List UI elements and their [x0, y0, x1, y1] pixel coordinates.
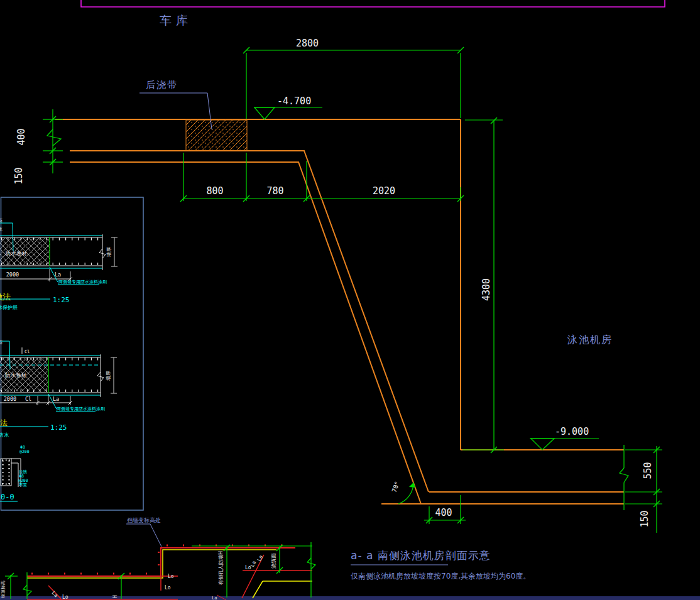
dim-780-text: 780 [266, 185, 283, 197]
section-note: 仅南侧泳池机房放坡坡度按70度,其余放坡均为60度。 [351, 572, 530, 581]
cad-canvas[interactable]: 车库 [0, 0, 700, 600]
d2-title-frag: 做法 [0, 418, 8, 427]
post-cast-label: 后浇带 [146, 79, 178, 90]
d3-label: 0-0 [1, 493, 14, 501]
d2-sub-frag: 侧墙防水 [0, 432, 9, 438]
dim-550-text: 550 [642, 462, 654, 479]
d1-leader-text: 两侧墙专用防水涂料涂刷 [58, 280, 107, 285]
d3-side-note-4: 布置 [18, 483, 28, 488]
elevation-lower-text: -9.000 [555, 426, 589, 437]
dim-150-left-text: 150 [13, 167, 25, 184]
rs-left-rot-text: 板顶标高 [1, 581, 6, 599]
post-cast-hatch [186, 120, 247, 151]
dim-400-bottom-text: 400 [435, 507, 452, 518]
rs-la-bottom: La [212, 596, 217, 600]
rs-h-text: H [112, 595, 118, 598]
d2-2000-text: 2000 [4, 396, 16, 402]
d1-2000-text: 2000 [6, 271, 19, 278]
d2-cl-top-text: Cl [25, 349, 30, 354]
d2-hatch-text: 防水卷材 [5, 372, 27, 378]
garage-label: 车库 [160, 13, 192, 27]
dim-800-text: 800 [206, 185, 223, 197]
rs-pour-rot-text: 浇筑面 [271, 553, 276, 569]
d3-top-note-2: @200 [19, 449, 30, 454]
room-label: 泳池机房 [567, 334, 613, 346]
d1-edge-frag-2: 水 [0, 227, 3, 232]
d2-thickness-text: 墙厚 [106, 371, 111, 381]
dim-4300-text: 4300 [481, 278, 492, 301]
d2-cl-text: Cl [25, 396, 31, 402]
d1-edge-frag-1: 防 [0, 218, 3, 223]
d1-scale-text: 1:25 [53, 296, 70, 304]
elevation-upper-text: -4.700 [277, 95, 311, 107]
d2-scale-text: 1:25 [50, 423, 67, 432]
section-title: a- a 南侧泳池机房剖面示意 [351, 549, 491, 562]
rs-wall-rot-text: 有侧孔人防墙H [218, 551, 224, 585]
d1-hatch-text: 防水卷材 [6, 250, 28, 256]
d1-sub-frag: 防水保护层 [0, 305, 18, 310]
dim-400-left-text: 400 [16, 128, 27, 145]
d2-la-text: La [53, 396, 59, 402]
d1-title-frag: 做法 [0, 292, 11, 302]
d1-la-text: La [55, 271, 61, 278]
rs-lo-1: Lo [168, 574, 174, 579]
d2-leader-text: 两侧墙专用防水涂料涂刷 [57, 406, 105, 412]
wall-step-label: 挡墙变标高处 [127, 517, 161, 523]
d1-thickness-text: 墙厚 [106, 247, 112, 258]
dim-150-right-text: 150 [639, 510, 650, 527]
dim-2020-text: 2020 [373, 185, 395, 197]
d2-edge-frag: 防 [0, 340, 3, 345]
rs-lo-2: Lo [165, 585, 171, 591]
dim-2800-text: 2800 [296, 38, 319, 49]
